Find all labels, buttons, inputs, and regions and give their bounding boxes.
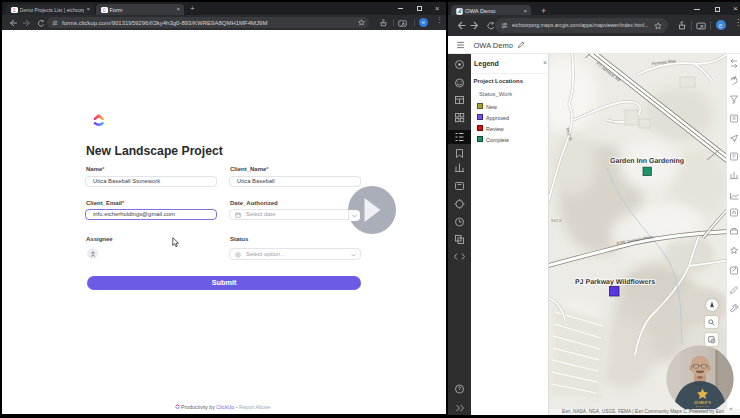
svg-text:JOHNNY'S: JOHNNY'S: [693, 401, 711, 405]
svg-text:PJ Parkway Wildflowers: PJ Parkway Wildflowers: [575, 278, 655, 286]
svg-text:BIKE SHOP: BIKE SHOP: [695, 405, 709, 408]
svg-text:942 ft: 942 ft: [551, 218, 562, 223]
svg-text:Garden Inn Gardening: Garden Inn Gardening: [610, 157, 684, 165]
